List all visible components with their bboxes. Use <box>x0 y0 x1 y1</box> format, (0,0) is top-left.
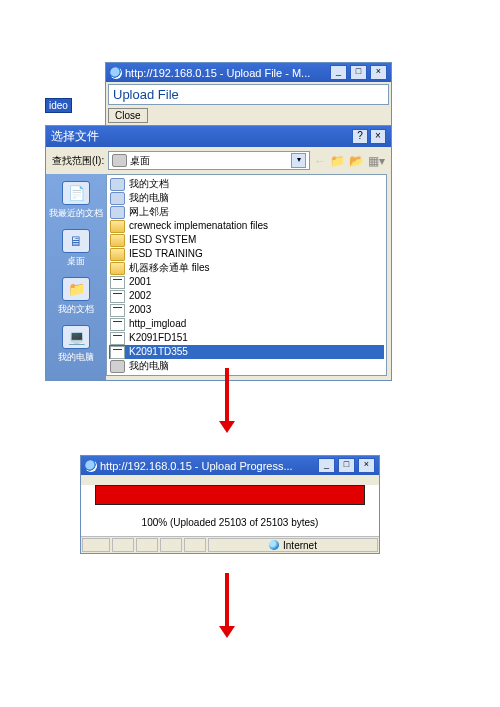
item-name: 2002 <box>129 289 151 303</box>
sys-icon <box>110 192 125 205</box>
maximize-button[interactable]: □ <box>350 65 367 80</box>
status-cell <box>160 538 182 552</box>
file-dialog-titlebar[interactable]: 选择文件 ? × <box>46 126 391 147</box>
file-dialog-title: 选择文件 <box>51 128 99 145</box>
side-tab[interactable]: ideo <box>45 98 72 113</box>
progress-text: 100% (Uploaded 25103 of 25103 bytes) <box>81 511 379 536</box>
status-cell <box>82 538 110 552</box>
progress-titlebar[interactable]: http://192.168.0.15 - Upload Progress...… <box>81 456 379 475</box>
globe-icon <box>269 540 279 550</box>
close-window-button[interactable]: × <box>370 65 387 80</box>
place-icon: 📄 <box>62 181 90 205</box>
upload-heading: Upload File <box>108 84 389 105</box>
status-bar: Internet <box>81 536 379 553</box>
item-name: 网上邻居 <box>129 205 169 219</box>
file-dialog: 选择文件 ? × 查找范围(I): 桌面 ▾ ← 📁 📂 ▦▾ 📄我最近的文档🖥… <box>45 125 392 381</box>
chevron-down-icon[interactable]: ▾ <box>291 153 306 168</box>
list-item[interactable]: 机器移余通单 files <box>109 261 384 275</box>
help-button[interactable]: ? <box>352 129 368 144</box>
up-icon[interactable]: 📁 <box>330 154 345 168</box>
places-bar: 📄我最近的文档🖥桌面📁我的文档💻我的电脑 <box>46 174 106 380</box>
list-item[interactable]: 网上邻居 <box>109 205 384 219</box>
pc-icon <box>110 360 125 373</box>
file-icon <box>110 304 125 317</box>
item-name: crewneck implemenatation files <box>129 219 268 233</box>
place-label: 我的电脑 <box>58 351 94 364</box>
file-icon <box>110 276 125 289</box>
views-icon[interactable]: ▦▾ <box>368 154 385 168</box>
ie-icon <box>85 460 97 472</box>
look-in-label: 查找范围(I): <box>52 154 104 168</box>
item-name: 我的电脑 <box>129 191 169 205</box>
file-icon <box>110 346 125 359</box>
file-icon <box>110 318 125 331</box>
folder-icon <box>110 220 125 233</box>
flow-arrow-2 <box>225 573 229 628</box>
look-in-value: 桌面 <box>130 154 288 168</box>
upload-titlebar-text: http://192.168.0.15 - Upload File - M... <box>125 67 310 79</box>
progress-bar <box>95 485 365 505</box>
file-icon <box>110 332 125 345</box>
minimize-button[interactable]: _ <box>330 65 347 80</box>
dialog-close-button[interactable]: × <box>370 129 386 144</box>
list-item[interactable]: 2002 <box>109 289 384 303</box>
ie-icon <box>110 67 122 79</box>
status-cell <box>184 538 206 552</box>
list-item[interactable]: K2091FD151 <box>109 331 384 345</box>
close-window-button[interactable]: × <box>358 458 375 473</box>
flow-arrow-1 <box>225 368 229 423</box>
progress-window: http://192.168.0.15 - Upload Progress...… <box>80 455 380 554</box>
look-in-row: 查找范围(I): 桌面 ▾ ← 📁 📂 ▦▾ <box>46 147 391 174</box>
places-item[interactable]: 📁我的文档 <box>46 274 106 322</box>
look-in-combo[interactable]: 桌面 ▾ <box>108 151 310 170</box>
folder-icon <box>110 248 125 261</box>
list-item[interactable]: 我的电脑 <box>109 191 384 205</box>
item-name: 我的电脑 <box>129 359 169 373</box>
item-name: 2001 <box>129 275 151 289</box>
desktop-icon <box>112 154 127 167</box>
item-name: 我的文档 <box>129 177 169 191</box>
new-folder-icon[interactable]: 📂 <box>349 154 364 168</box>
place-label: 桌面 <box>67 255 85 268</box>
minimize-button[interactable]: _ <box>318 458 335 473</box>
item-name: IESD SYSTEM <box>129 233 196 247</box>
list-item[interactable]: IESD TRAINING <box>109 247 384 261</box>
list-item[interactable]: 我的电脑 <box>109 359 384 373</box>
file-list[interactable]: 我的文档我的电脑网上邻居crewneck implemenatation fil… <box>106 174 387 376</box>
list-item[interactable]: http_imgload <box>109 317 384 331</box>
list-item[interactable]: K2091TD355 <box>109 345 384 359</box>
item-name: http_imgload <box>129 317 186 331</box>
place-icon: 📁 <box>62 277 90 301</box>
file-icon <box>110 290 125 303</box>
progress-fill <box>96 486 364 504</box>
zone-label: Internet <box>208 538 378 552</box>
sys-icon <box>110 206 125 219</box>
back-icon[interactable]: ← <box>314 154 326 168</box>
item-name: K2091TD355 <box>129 345 188 359</box>
item-name: K2091FD151 <box>129 331 188 345</box>
dialog-body: 📄我最近的文档🖥桌面📁我的文档💻我的电脑 我的文档我的电脑网上邻居crewnec… <box>46 174 391 380</box>
item-name: 2003 <box>129 303 151 317</box>
folder-icon <box>110 234 125 247</box>
place-label: 我的文档 <box>58 303 94 316</box>
places-item[interactable]: 🖥桌面 <box>46 226 106 274</box>
place-icon: 🖥 <box>62 229 90 253</box>
list-item[interactable]: 2003 <box>109 303 384 317</box>
places-item[interactable]: 📄我最近的文档 <box>46 178 106 226</box>
places-item[interactable]: 💻我的电脑 <box>46 322 106 370</box>
place-icon: 💻 <box>62 325 90 349</box>
progress-titlebar-text: http://192.168.0.15 - Upload Progress... <box>100 460 293 472</box>
list-item[interactable]: crewneck implemenatation files <box>109 219 384 233</box>
list-item[interactable]: IESD SYSTEM <box>109 233 384 247</box>
list-item[interactable]: 我的文档 <box>109 177 384 191</box>
item-name: 机器移余通单 files <box>129 261 210 275</box>
close-button[interactable]: Close <box>108 108 148 123</box>
upload-titlebar[interactable]: http://192.168.0.15 - Upload File - M...… <box>106 63 391 82</box>
item-name: IESD TRAINING <box>129 247 203 261</box>
folder-icon <box>110 262 125 275</box>
place-label: 我最近的文档 <box>49 207 103 220</box>
maximize-button[interactable]: □ <box>338 458 355 473</box>
status-cell <box>112 538 134 552</box>
list-item[interactable]: 2001 <box>109 275 384 289</box>
dialog-toolbar: ← 📁 📂 ▦▾ <box>314 154 385 168</box>
